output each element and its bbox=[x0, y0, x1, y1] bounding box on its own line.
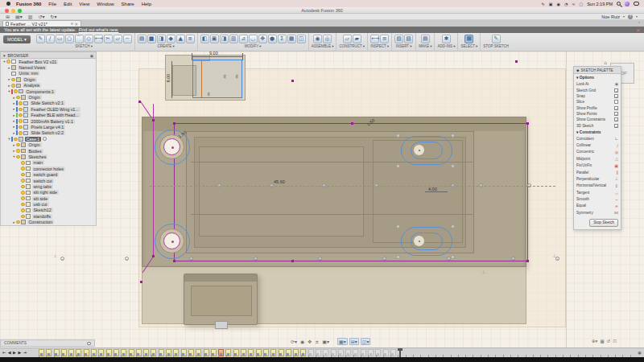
orbit-icon[interactable]: ⟳▾ bbox=[290, 339, 298, 344]
tree-item-feather-ble-with-head-[interactable]: ▸Feather BLE with Head... bbox=[1, 113, 96, 118]
toolbar-group-label[interactable]: INSERT ▾ bbox=[396, 44, 412, 48]
tab-close-icon[interactable]: ✕ bbox=[75, 22, 78, 27]
tool-icon[interactable]: Σ bbox=[278, 35, 287, 43]
tool-icon[interactable]: ○ bbox=[65, 35, 74, 43]
toolbar-group-label[interactable]: SELECT ▾ bbox=[460, 44, 477, 48]
help-icon[interactable]: ? bbox=[628, 14, 633, 19]
palette-option-snap[interactable]: Snap✓ bbox=[574, 93, 621, 99]
tree-item-slide-switch-v2-1[interactable]: ▸Slide Switch v2:1 bbox=[1, 101, 96, 106]
tool-icon[interactable]: ▥ bbox=[229, 35, 238, 43]
toolbar-group-label[interactable]: CREATE ▾ bbox=[157, 44, 174, 48]
tree-item-sketch12[interactable]: Sketch12 bbox=[1, 208, 96, 213]
tool-icon[interactable]: ▣ bbox=[210, 35, 219, 43]
workspace-model-dropdown[interactable]: MODEL ▾ bbox=[3, 35, 31, 43]
sketch-vertex-handle[interactable] bbox=[152, 255, 155, 257]
app-status-icon[interactable]: ▣ bbox=[549, 2, 553, 6]
timeline-settings-gear-icon[interactable]: ✱ bbox=[638, 350, 642, 356]
palette-option-show-points[interactable]: Show Points✓ bbox=[574, 111, 621, 117]
sketch-vertex-handle[interactable] bbox=[526, 260, 529, 262]
stop-sketch-button[interactable]: Stop Sketch bbox=[589, 219, 618, 227]
checkbox[interactable]: ✓ bbox=[614, 94, 618, 98]
tool-icon[interactable]: ◇ bbox=[85, 35, 93, 43]
fullscreen-icon[interactable]: ⊡ bbox=[613, 339, 617, 343]
menu-item-share[interactable]: Share bbox=[122, 2, 134, 6]
timeline-play-button[interactable]: ▶ bbox=[13, 350, 16, 355]
tool-icon[interactable]: ▱ bbox=[343, 35, 352, 43]
sketch-vertex-handle[interactable] bbox=[351, 122, 353, 125]
clock-status-icon[interactable]: ◔ bbox=[564, 2, 568, 6]
active-component-radio[interactable] bbox=[43, 137, 47, 141]
visibility-bulb-icon[interactable] bbox=[21, 203, 25, 207]
dimension-body-length[interactable]: 45.60 bbox=[274, 179, 285, 184]
tree-item-feather-box-v2-v21[interactable]: ▾Feather Box V2 v21 bbox=[1, 59, 96, 64]
sketch-vertex-handle[interactable] bbox=[138, 101, 141, 103]
tree-item-bodies[interactable]: ▸Bodies bbox=[1, 148, 96, 154]
tool-icon[interactable]: ≡ bbox=[186, 35, 195, 43]
visibility-bulb-icon[interactable] bbox=[19, 125, 23, 130]
sketch-point-marker[interactable]: + bbox=[527, 183, 531, 187]
tool-icon[interactable]: ✱ bbox=[442, 35, 451, 43]
toolbar-group-label[interactable]: STOP SKETCH bbox=[483, 44, 509, 48]
tool-icon[interactable]: ▭ bbox=[56, 35, 64, 43]
visibility-bulb-icon[interactable] bbox=[21, 185, 25, 189]
sketch-point-marker[interactable]: + bbox=[374, 183, 378, 187]
checkbox[interactable]: ✓ bbox=[614, 88, 618, 93]
dimension-part-height[interactable]: 6.00 bbox=[166, 74, 171, 83]
tool-icon[interactable]: ≡ bbox=[380, 35, 389, 43]
browser-options-icon[interactable]: ◉ bbox=[90, 53, 93, 58]
tree-item-origin[interactable]: ▸Origin bbox=[1, 142, 96, 147]
slot-stadium-selected[interactable] bbox=[401, 136, 452, 165]
tool-icon[interactable]: ◉ bbox=[313, 35, 322, 43]
tree-item-switch-guard[interactable]: switch guard bbox=[1, 171, 96, 177]
pan-icon[interactable]: ✥ bbox=[307, 339, 312, 344]
tool-icon[interactable]: ▦ bbox=[464, 35, 473, 43]
display-icon[interactable]: ▢ bbox=[579, 2, 583, 6]
visibility-bulb-icon[interactable] bbox=[21, 179, 25, 183]
undo-icon[interactable]: ↺▾ bbox=[38, 14, 44, 19]
constraint-equal[interactable]: Equal= bbox=[574, 203, 621, 209]
tool-icon[interactable]: ✎ bbox=[492, 35, 501, 43]
tree-item-slide-switch-v2-2[interactable]: ▸Slide Switch v2:2 bbox=[1, 130, 96, 136]
layout-grid-icon[interactable]: ▦ bbox=[600, 339, 604, 343]
tool-icon[interactable]: ~ bbox=[123, 35, 132, 43]
checkbox[interactable]: ✓ bbox=[614, 106, 618, 110]
visibility-bulb-icon[interactable] bbox=[21, 191, 25, 195]
constraint-parallel[interactable]: Parallel∥ bbox=[574, 169, 621, 175]
constraint-symmetry[interactable]: Symmetry⋈ bbox=[574, 209, 621, 216]
timeline-step-forward-button[interactable]: ▶ bbox=[18, 350, 21, 355]
sketch-line[interactable] bbox=[153, 104, 154, 257]
sketch-vertex-handle[interactable] bbox=[152, 119, 155, 121]
visibility-bulb-icon[interactable] bbox=[16, 96, 20, 100]
tree-item-slit-side[interactable]: slit side bbox=[1, 195, 96, 201]
sketch-point-marker[interactable]: + bbox=[447, 257, 451, 261]
checkbox[interactable]: ✓ bbox=[614, 124, 618, 128]
usb-connector-part[interactable] bbox=[184, 274, 258, 325]
tool-icon[interactable]: ◆ bbox=[167, 35, 175, 43]
dimension-part-width[interactable]: 9.00 bbox=[209, 51, 218, 56]
tree-item-case-1[interactable]: ▾Case:1 bbox=[1, 136, 96, 142]
constraint-concentric[interactable]: Concentric◎ bbox=[574, 149, 621, 155]
visibility-bulb-icon[interactable] bbox=[16, 143, 20, 147]
tool-icon[interactable]: ▦ bbox=[287, 35, 296, 43]
tool-icon[interactable]: ⊿ bbox=[239, 35, 248, 43]
menu-item-file[interactable]: File bbox=[48, 2, 56, 6]
tree-item-components-1[interactable]: ▾Components:1 bbox=[1, 88, 96, 94]
tool-icon[interactable]: ✎ bbox=[36, 35, 45, 43]
menu-item-fusion-360[interactable]: Fusion 360 bbox=[16, 2, 41, 6]
sketch-point-marker[interactable]: + bbox=[318, 257, 322, 261]
app-status-icon-2[interactable]: ◉ bbox=[557, 2, 560, 6]
menu-item-window[interactable]: Window bbox=[97, 2, 114, 6]
fit-icon[interactable]: ▣▾ bbox=[321, 339, 330, 344]
tool-icon[interactable]: ▤ bbox=[421, 35, 430, 43]
toolbar-group-label[interactable]: CONSTRUCT ▾ bbox=[339, 44, 365, 48]
constraint-midpoint[interactable]: Midpoint△ bbox=[574, 155, 621, 162]
sketch-point-marker[interactable]: + bbox=[322, 183, 326, 187]
toolbar-group-label[interactable]: MODIFY ▾ bbox=[245, 44, 262, 48]
tree-item-origin[interactable]: ▸Origin bbox=[1, 76, 96, 82]
visibility-bulb-icon[interactable] bbox=[14, 138, 18, 142]
palette-option-show-profile[interactable]: Show Profile✓ bbox=[574, 105, 621, 111]
palette-option-3d-sketch[interactable]: 3D Sketch✓ bbox=[574, 123, 621, 129]
sketch-point-marker[interactable]: + bbox=[511, 257, 515, 261]
tool-icon[interactable]: ✂ bbox=[104, 35, 113, 43]
constraint-horizontal-vertical[interactable]: Horizontal/Vertical↕ bbox=[574, 183, 621, 189]
